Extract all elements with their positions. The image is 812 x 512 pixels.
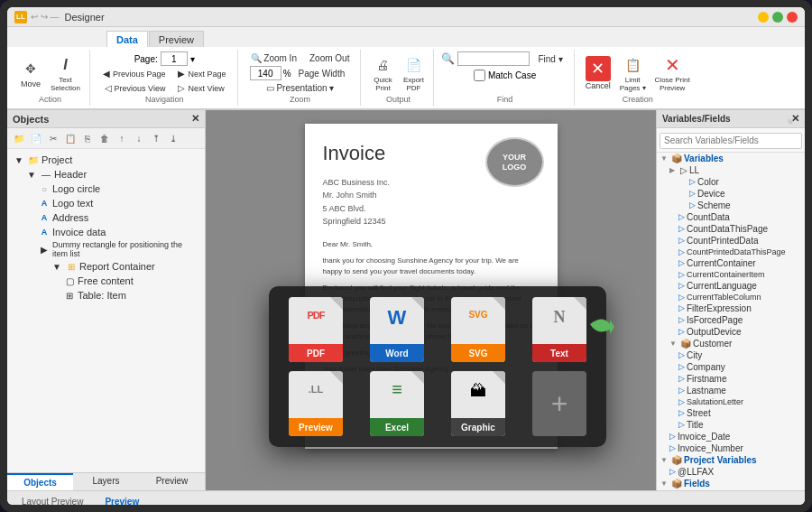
toolbar-btn-5[interactable]: ⎘: [79, 130, 96, 146]
toolbar-btn-1[interactable]: 📁: [11, 130, 27, 146]
toolbar-btn-7[interactable]: ↑: [114, 130, 130, 146]
zoom-in-button[interactable]: 🔍 Zoom In: [245, 51, 302, 65]
expand-icon: ▼: [660, 154, 669, 163]
export-text[interactable]: NText: [523, 297, 595, 362]
preview-file-icon: .LLPreview: [289, 371, 343, 436]
preview-tab-bottom[interactable]: Preview: [97, 495, 146, 505]
vars-city[interactable]: ▷ City: [657, 349, 805, 361]
nav-buttons: Page: ▾ ◀ Previous Page ▶ Next Page ◁ Pr…: [97, 51, 232, 95]
zoom-out-button[interactable]: Zoom Out: [304, 51, 355, 65]
vars-device[interactable]: ▷ Device: [657, 188, 805, 200]
vars-countprinteddata[interactable]: ▷ CountPrintedData: [657, 235, 805, 247]
vars-currentcontainer[interactable]: ▷ CurrentContainer: [657, 257, 805, 269]
tree-address[interactable]: A Address: [11, 210, 201, 225]
vars-currentcontaineritem[interactable]: ▷ CurrentContainerItem: [657, 269, 805, 280]
vars-countprinteddatathispage[interactable]: ▷ CountPrintedDataThisPage: [657, 247, 805, 257]
tree-logo-circle[interactable]: ○ Logo circle: [11, 182, 201, 196]
move-button[interactable]: ✥ Move: [16, 56, 45, 90]
previous-page-button[interactable]: ◀ Previous Page: [97, 67, 171, 80]
vars-llfax[interactable]: ▷ @LLFAX: [657, 466, 805, 478]
export-more[interactable]: +: [523, 371, 595, 436]
tree-header[interactable]: ▼ — Header: [11, 167, 201, 182]
presentation-button[interactable]: ▭ Presentation ▾: [261, 81, 340, 95]
vars-invoice-number[interactable]: ▷ Invoice_Number: [657, 442, 805, 454]
vars-currenttablecolumn[interactable]: ▷ CurrentTableColumn: [657, 292, 805, 303]
graphic-file-icon: 🏔Graphic: [451, 371, 505, 436]
cancel-button[interactable]: ✕ Cancel: [582, 54, 614, 92]
text-selection-button[interactable]: I Text Selection: [47, 52, 84, 94]
close-print-preview-button[interactable]: ✕ Close Print Preview: [651, 52, 694, 94]
vars-company[interactable]: ▷ Company: [657, 361, 805, 373]
vars-invoice-date[interactable]: ▷ Invoice_Date: [657, 431, 805, 442]
minimize-button[interactable]: [758, 12, 769, 23]
export-pdf-button[interactable]: 📄 Export PDF: [399, 52, 428, 94]
vars-color[interactable]: ▷ Color: [657, 176, 805, 188]
vars-filterexpression[interactable]: ▷ FilterExpression: [657, 303, 805, 314]
layers-tab[interactable]: Layers: [73, 473, 139, 490]
ribbon-group-action: ✥ Move I Text Selection Action: [11, 50, 90, 106]
export-excel[interactable]: ≡Excel: [361, 371, 433, 436]
vars-title[interactable]: ▷ Title: [657, 419, 805, 431]
left-panel: Objects ✕ 📁 📄 ✂ 📋 ⎘ 🗑 ↑ ↓ ⤒ ⤓: [7, 110, 206, 490]
tree-report-container[interactable]: ▼ ⊞ Report Container: [11, 259, 201, 274]
vars-lastname[interactable]: ▷ Lastname: [657, 385, 805, 396]
vars-countdatathispage[interactable]: ▷ CountDataThisPage: [657, 223, 805, 235]
zoom-level-input[interactable]: [250, 66, 281, 80]
find-input[interactable]: [457, 51, 530, 66]
export-pdf[interactable]: PDFPDF: [280, 297, 352, 362]
vars-countdata[interactable]: ▷ CountData: [657, 211, 805, 223]
preview-tab-left[interactable]: Preview: [139, 473, 205, 490]
vars-firstname[interactable]: ▷ Firstname: [657, 373, 805, 385]
next-view-button[interactable]: ▷ Next View: [172, 81, 229, 95]
tab-preview[interactable]: Preview: [149, 31, 204, 47]
toolbar-btn-8[interactable]: ↓: [131, 130, 147, 146]
layout-preview-tab[interactable]: Layout Preview: [14, 495, 90, 505]
tree-logo-text[interactable]: A Logo text: [11, 196, 201, 210]
vars-customer[interactable]: ▼ 📦 Customer: [657, 338, 805, 349]
filter-icon: ⊍: [788, 116, 794, 126]
export-svg[interactable]: SVGSVG: [442, 297, 514, 362]
export-word[interactable]: WWord: [361, 297, 433, 362]
vars-fields[interactable]: ▼ 📦 Fields: [657, 478, 805, 489]
toolbar-btn-10[interactable]: ⤓: [165, 130, 181, 146]
container-chevron-icon: ▼: [51, 260, 63, 273]
export-preview[interactable]: .LLPreview: [280, 371, 352, 436]
next-page-button[interactable]: ▶ Next Page: [172, 67, 231, 80]
objects-tab[interactable]: Objects: [7, 473, 73, 490]
vars-street[interactable]: ▷ Street: [657, 407, 805, 419]
vars-outputdevice[interactable]: ▷ OutputDevice: [657, 326, 805, 338]
vars-fields-ll[interactable]: ▶ ▷ LL: [657, 489, 805, 491]
match-case-checkbox[interactable]: [474, 70, 485, 81]
find-button[interactable]: Find ▾: [532, 52, 567, 66]
vars-isforcedpage[interactable]: ▷ IsForcedPage: [657, 314, 805, 326]
ribbon-group-find: 🔍 Find ▾ Match Case Find: [436, 50, 574, 106]
variables-search-input[interactable]: [660, 133, 802, 149]
vars-scheme[interactable]: ▷ Scheme: [657, 200, 805, 211]
vars-currentlanguage[interactable]: ▷ CurrentLanguage: [657, 280, 805, 292]
tree-project[interactable]: ▼ 📁 Project: [11, 153, 201, 167]
vars-salutationletter[interactable]: ▷ SalutationLetter: [657, 396, 805, 407]
page-width-button[interactable]: Page Width: [293, 67, 351, 80]
toolbar-btn-6[interactable]: 🗑: [97, 130, 113, 146]
tree-invoice-data[interactable]: A Invoice data: [11, 225, 201, 239]
tree-free-content[interactable]: ▢ Free content: [11, 274, 201, 288]
toolbar-btn-3[interactable]: ✂: [45, 130, 61, 146]
close-button[interactable]: [787, 12, 798, 23]
toolbar-btn-4[interactable]: 📋: [62, 130, 78, 146]
vars-root-variables[interactable]: ▼ 📦 Variables: [657, 153, 805, 164]
previous-view-button[interactable]: ◁ Previous View: [99, 81, 171, 95]
vars-ll[interactable]: ▶ ▷ LL: [657, 164, 805, 176]
limit-pages-button[interactable]: 📋 Limit Pages ▾: [616, 52, 650, 94]
zoom-buttons: 🔍 Zoom In Zoom Out % Page Width ▭ Presen…: [245, 51, 355, 95]
maximize-button[interactable]: [772, 12, 783, 23]
tree-dummy-rect[interactable]: ▶ Dummy rectangle for positioning the it…: [11, 239, 201, 259]
vars-project-variables[interactable]: ▼ 📦 Project Variables: [657, 454, 805, 466]
quick-print-button[interactable]: 🖨 Quick Print: [368, 52, 397, 94]
tab-data[interactable]: Data: [106, 31, 148, 47]
toolbar-btn-2[interactable]: 📄: [28, 130, 44, 146]
close-objects-panel[interactable]: ✕: [191, 113, 199, 125]
page-number-input[interactable]: [161, 51, 188, 66]
tree-table-item[interactable]: ⊞ Table: Item: [11, 288, 201, 303]
export-graphic[interactable]: 🏔Graphic: [442, 371, 514, 436]
toolbar-btn-9[interactable]: ⤒: [148, 130, 164, 146]
